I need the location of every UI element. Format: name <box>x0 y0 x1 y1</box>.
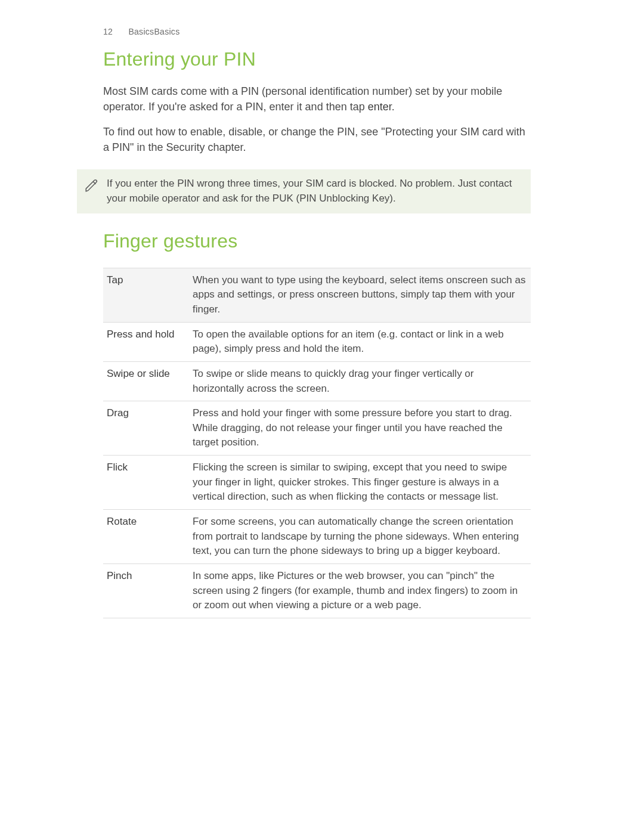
note-callout: If you enter the PIN wrong three times, … <box>77 169 531 213</box>
text-run: . <box>392 101 395 113</box>
text-enter-keyword: enter <box>368 101 392 113</box>
table-row: Flick Flicking the screen is similar to … <box>103 456 531 510</box>
table-row: Swipe or slide To swipe or slide means t… <box>103 361 531 401</box>
gesture-desc: When you want to type using the keyboard… <box>189 268 531 322</box>
gesture-term: Tap <box>103 268 189 322</box>
table-row: Tap When you want to type using the keyb… <box>103 268 531 322</box>
gesture-desc: Flicking the screen is similar to swipin… <box>189 456 531 510</box>
gesture-desc: To swipe or slide means to quickly drag … <box>189 361 531 401</box>
document-page: 12 BasicsBasics Entering your PIN Most S… <box>0 0 644 833</box>
page-header: 12 BasicsBasics <box>103 27 179 36</box>
note-text: If you enter the PIN wrong three times, … <box>107 178 512 204</box>
table-row: Pinch In some apps, like Pictures or the… <box>103 563 531 618</box>
gesture-desc: For some screens, you can automatically … <box>189 509 531 563</box>
section-heading-entering-pin: Entering your PIN <box>103 48 531 70</box>
gesture-desc: To open the available options for an ite… <box>189 322 531 361</box>
pencil-icon <box>84 178 100 193</box>
paragraph-pin-more: To find out how to enable, disable, or c… <box>103 124 531 155</box>
table-row: Drag Press and hold your finger with som… <box>103 401 531 456</box>
table-row: Press and hold To open the available opt… <box>103 322 531 361</box>
gesture-term: Pinch <box>103 563 189 618</box>
gesture-term: Drag <box>103 401 189 456</box>
breadcrumb: BasicsBasics <box>128 27 179 36</box>
section-heading-finger-gestures: Finger gestures <box>103 230 531 252</box>
gesture-term: Flick <box>103 456 189 510</box>
page-number: 12 <box>103 27 113 36</box>
text-run: Most SIM cards come with a PIN (personal… <box>103 85 502 113</box>
gesture-term: Swipe or slide <box>103 361 189 401</box>
gesture-table: Tap When you want to type using the keyb… <box>103 268 531 618</box>
page-content: Entering your PIN Most SIM cards come wi… <box>103 27 531 618</box>
gesture-term: Rotate <box>103 509 189 563</box>
gesture-desc: In some apps, like Pictures or the web b… <box>189 563 531 618</box>
gesture-desc: Press and hold your finger with some pre… <box>189 401 531 456</box>
paragraph-pin-intro: Most SIM cards come with a PIN (personal… <box>103 83 531 114</box>
gesture-term: Press and hold <box>103 322 189 361</box>
table-row: Rotate For some screens, you can automat… <box>103 509 531 563</box>
